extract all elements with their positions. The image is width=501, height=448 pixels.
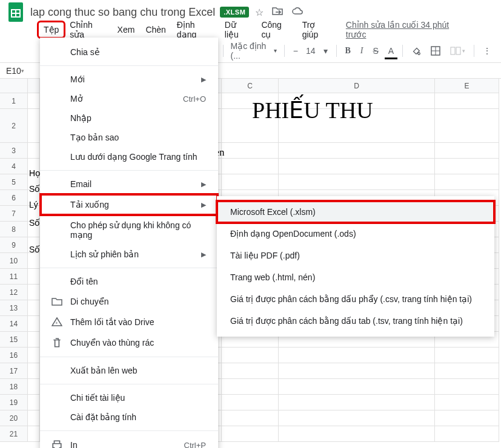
cell[interactable] bbox=[435, 410, 499, 426]
submenu-html[interactable]: Trang web (.html, nén) bbox=[217, 266, 494, 288]
cell[interactable] bbox=[279, 395, 435, 410]
row-header[interactable]: 17 bbox=[0, 363, 28, 379]
submenu-tsv[interactable]: Giá trị được phân cách bằng dấu tab (.ts… bbox=[217, 310, 494, 332]
move-folder-icon[interactable] bbox=[272, 7, 283, 18]
menu-download[interactable]: Tải xuống▶ bbox=[40, 194, 218, 216]
menu-make-copy[interactable]: Tạo bản sao bbox=[40, 128, 218, 147]
menu-file[interactable]: Tệp bbox=[39, 22, 64, 37]
row-header[interactable]: 11 bbox=[0, 269, 28, 285]
menu-tools[interactable]: Công cụ bbox=[256, 18, 296, 42]
row-header[interactable]: 10 bbox=[0, 253, 28, 269]
font-size-decrease[interactable]: − bbox=[290, 44, 302, 58]
row-header[interactable]: 18 bbox=[0, 379, 28, 395]
cell[interactable] bbox=[435, 159, 499, 174]
cell[interactable] bbox=[28, 316, 40, 332]
borders-button[interactable] bbox=[427, 44, 444, 58]
menu-offline[interactable]: Cho phép sử dụng khi không có mạng bbox=[40, 216, 218, 245]
text-color-button[interactable]: A bbox=[385, 44, 397, 58]
cell[interactable] bbox=[222, 93, 279, 109]
more-toolbar-button[interactable]: ⋮ bbox=[479, 44, 495, 58]
menu-trash[interactable]: Chuyển vào thùng rác bbox=[40, 332, 218, 353]
cell[interactable] bbox=[222, 159, 279, 174]
cell[interactable] bbox=[435, 109, 499, 143]
cell[interactable] bbox=[435, 348, 499, 363]
cell[interactable] bbox=[435, 174, 499, 190]
cell[interactable] bbox=[279, 174, 435, 190]
cell[interactable] bbox=[279, 363, 435, 379]
cell[interactable] bbox=[28, 109, 40, 143]
submenu-csv[interactable]: Giá trị được phân cách bằng dấu phẩy (.c… bbox=[217, 288, 494, 310]
cell[interactable] bbox=[28, 93, 40, 109]
cell[interactable] bbox=[222, 426, 279, 442]
document-title[interactable]: lap cong thuc so bang chu trong Excel bbox=[30, 6, 215, 19]
menu-details[interactable]: Chi tiết tài liệu bbox=[40, 388, 218, 407]
row-header[interactable]: 2 bbox=[0, 109, 28, 143]
row-header[interactable]: 9 bbox=[0, 237, 28, 253]
row-header[interactable]: 12 bbox=[0, 285, 28, 300]
menu-add-shortcut[interactable]: +Thêm lối tắt vào Drive bbox=[40, 312, 218, 332]
cell[interactable] bbox=[222, 410, 279, 426]
star-icon[interactable]: ☆ bbox=[255, 7, 264, 18]
cell[interactable] bbox=[279, 348, 435, 363]
menu-help[interactable]: Trợ giúp bbox=[297, 18, 336, 42]
row-header[interactable]: 20 bbox=[0, 410, 28, 426]
cell[interactable] bbox=[222, 348, 279, 363]
name-box[interactable]: E10▾ bbox=[0, 66, 28, 76]
font-size-input[interactable]: 14 bbox=[304, 46, 317, 56]
bold-button[interactable]: B bbox=[341, 44, 354, 58]
row-header[interactable]: 16 bbox=[0, 348, 28, 363]
cell[interactable] bbox=[279, 93, 435, 109]
font-select[interactable]: Mặc định (...▾ bbox=[228, 41, 279, 61]
column-header[interactable]: E bbox=[435, 79, 499, 93]
cell[interactable] bbox=[28, 410, 40, 426]
cell[interactable] bbox=[28, 426, 40, 442]
row-header[interactable]: 4 bbox=[0, 159, 28, 174]
cell[interactable] bbox=[28, 395, 40, 410]
cell[interactable] bbox=[28, 379, 40, 395]
row-header[interactable]: 19 bbox=[0, 395, 28, 410]
menu-publish[interactable]: Xuất bản lên web bbox=[40, 361, 218, 380]
cell[interactable] bbox=[28, 143, 40, 159]
fill-color-button[interactable] bbox=[408, 44, 425, 58]
cell[interactable] bbox=[222, 174, 279, 190]
menu-import[interactable]: Nhập bbox=[40, 108, 218, 128]
cell[interactable] bbox=[28, 332, 40, 348]
submenu-ods[interactable]: Định dạng OpenDocument (.ods) bbox=[217, 223, 494, 245]
cell[interactable] bbox=[222, 363, 279, 379]
menu-save-as-gsheets[interactable]: Lưu dưới dạng Google Trang tính bbox=[40, 147, 218, 166]
merge-button[interactable]: ▾ bbox=[446, 44, 469, 58]
cell[interactable] bbox=[279, 410, 435, 426]
menu-view[interactable]: Xem bbox=[113, 22, 140, 37]
select-all-corner[interactable] bbox=[0, 79, 28, 93]
font-size-increase[interactable]: ▾ bbox=[320, 44, 331, 58]
row-header[interactable]: 1 bbox=[0, 93, 28, 109]
menu-rename[interactable]: Đổi tên bbox=[40, 272, 218, 291]
row-header[interactable]: 8 bbox=[0, 222, 28, 237]
column-header[interactable]: D bbox=[279, 79, 435, 93]
menu-open[interactable]: MởCtrl+O bbox=[40, 89, 218, 108]
last-edit-link[interactable]: Chỉnh sửa lần cuối 34 phút trước bbox=[346, 20, 462, 39]
cloud-status-icon[interactable] bbox=[291, 7, 304, 18]
cell[interactable] bbox=[222, 395, 279, 410]
cell[interactable] bbox=[28, 300, 40, 316]
menu-version-history[interactable]: Lịch sử phiên bản▶ bbox=[40, 245, 218, 264]
cell[interactable] bbox=[28, 269, 40, 285]
menu-print[interactable]: InCtrl+P bbox=[40, 435, 218, 448]
row-header[interactable]: 3 bbox=[0, 143, 28, 159]
menu-email[interactable]: Email▶ bbox=[40, 174, 218, 194]
cell[interactable] bbox=[435, 379, 499, 395]
submenu-pdf[interactable]: Tài liệu PDF (.pdf) bbox=[217, 245, 494, 266]
strikethrough-button[interactable]: S bbox=[370, 44, 382, 58]
row-header[interactable]: 13 bbox=[0, 300, 28, 316]
row-header[interactable]: 6 bbox=[0, 190, 28, 206]
menu-settings[interactable]: Cài đặt bảng tính bbox=[40, 407, 218, 427]
row-header[interactable]: 7 bbox=[0, 206, 28, 222]
cell[interactable] bbox=[222, 379, 279, 395]
menu-data[interactable]: Dữ liệu bbox=[220, 18, 256, 42]
cell[interactable] bbox=[435, 143, 499, 159]
cell[interactable] bbox=[28, 285, 40, 300]
menu-new[interactable]: Mới▶ bbox=[40, 70, 218, 89]
submenu-xlsm[interactable]: Microsoft Excel (.xlsm) bbox=[217, 201, 494, 223]
cell[interactable] bbox=[222, 109, 279, 143]
cell[interactable] bbox=[435, 93, 499, 109]
